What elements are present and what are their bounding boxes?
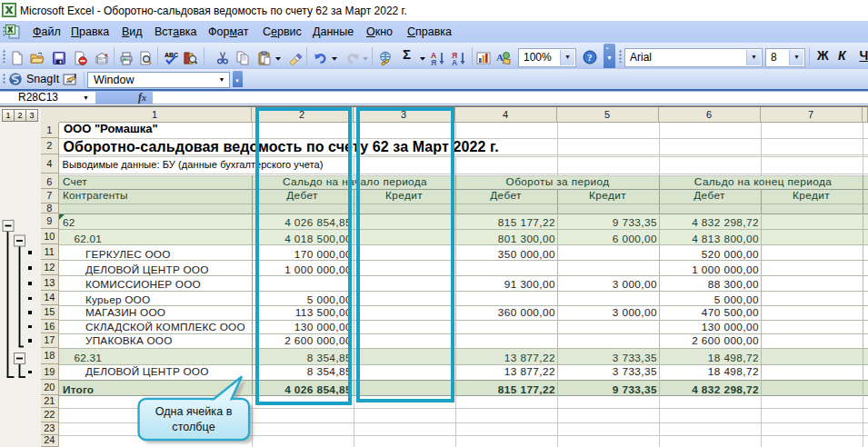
svg-text:А: А bbox=[452, 58, 457, 66]
svg-text:ABC: ABC bbox=[165, 52, 178, 58]
svg-text:Одна ячейка в: Одна ячейка в bbox=[155, 405, 233, 418]
svg-text:Я: Я bbox=[431, 58, 436, 66]
svg-text:?: ? bbox=[587, 52, 593, 63]
svg-text:столбце: столбце bbox=[172, 421, 215, 433]
svg-text:A: A bbox=[496, 52, 504, 63]
